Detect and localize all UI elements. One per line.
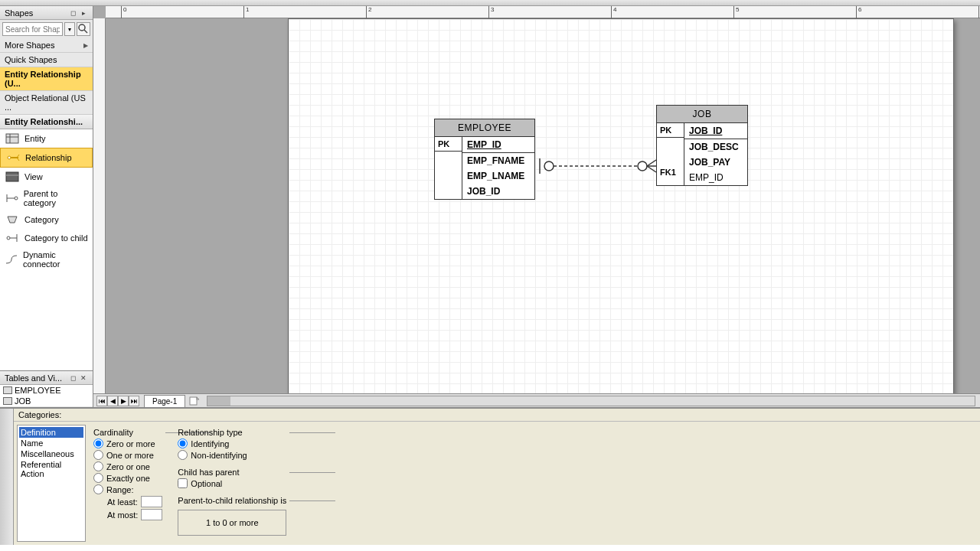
svg-line-22 bbox=[647, 160, 656, 166]
child-has-parent-label: Child has parent bbox=[178, 468, 286, 477]
shape-item-view[interactable]: View bbox=[0, 168, 93, 186]
relationship-connector[interactable] bbox=[535, 158, 656, 177]
entity-job[interactable]: JOB PK FK1 JOB_ID JOB_DESC bbox=[656, 105, 748, 186]
employee-attr-2: JOB_ID bbox=[462, 184, 534, 199]
entity-employee-title: EMPLOYEE bbox=[435, 119, 534, 137]
grid bbox=[289, 19, 953, 393]
svg-point-6 bbox=[8, 156, 11, 159]
job-pk-label: PK bbox=[657, 123, 684, 137]
svg-line-23 bbox=[647, 166, 656, 172]
svg-point-0 bbox=[79, 24, 85, 31]
category-item[interactable]: Miscellaneous bbox=[19, 448, 83, 459]
tab-last-icon[interactable]: ⏭ bbox=[129, 396, 139, 406]
child-has-parent-group: Child has parent Optional bbox=[178, 468, 286, 490]
cardinality-radio[interactable] bbox=[93, 439, 103, 448]
svg-rect-25 bbox=[190, 397, 197, 405]
optional-checkbox-row[interactable]: Optional bbox=[178, 478, 286, 488]
shape-item-entity[interactable]: Entity bbox=[0, 129, 93, 148]
tv-restore-icon[interactable]: ◻ bbox=[68, 373, 77, 383]
relationship-icon bbox=[5, 152, 21, 164]
employee-pk-label: PK bbox=[435, 137, 462, 151]
at-most-input[interactable] bbox=[141, 509, 162, 520]
shape-item-ctc[interactable]: Category to child bbox=[0, 229, 93, 247]
at-least-label: At least: bbox=[107, 497, 138, 507]
tv-item[interactable]: EMPLOYEE bbox=[0, 385, 93, 396]
shapes-title: Shapes bbox=[5, 8, 33, 18]
cardinality-radio[interactable] bbox=[93, 461, 103, 471]
svg-rect-9 bbox=[6, 172, 18, 181]
entity-employee[interactable]: EMPLOYEE PK EMP_ID EMP_FNAME bbox=[434, 119, 535, 200]
tables-views-title: Tables and Vi... bbox=[5, 373, 62, 383]
optional-checkbox[interactable] bbox=[178, 478, 188, 488]
ctc-icon bbox=[5, 232, 20, 244]
category-item[interactable]: Definition bbox=[19, 427, 83, 438]
category-item[interactable]: Referential Action bbox=[19, 459, 83, 479]
shapes-panel-header: Shapes ◻ ▸ bbox=[0, 6, 93, 20]
search-go-button[interactable] bbox=[77, 22, 90, 36]
tv-close-icon[interactable]: ✕ bbox=[79, 373, 88, 383]
reltype-radio[interactable] bbox=[178, 439, 188, 448]
panel-restore-icon[interactable]: ◻ bbox=[68, 8, 77, 18]
cardinality-group: Cardinality Zero or moreOne or moreZero … bbox=[93, 428, 162, 520]
page-tabs-bar: ⏮ ◀ ▶ ⏭ Page-1 bbox=[93, 393, 980, 407]
reltype-option[interactable]: Non-identifying bbox=[178, 450, 286, 460]
view-icon bbox=[5, 171, 20, 183]
stencil-title: Entity Relationshi... bbox=[0, 115, 93, 129]
reltype-option[interactable]: Identifying bbox=[178, 439, 286, 448]
nav-item[interactable]: Entity Relationship (U... bbox=[0, 67, 93, 91]
shape-item-ptc[interactable]: Parent to category bbox=[0, 186, 93, 210]
at-least-input[interactable] bbox=[141, 496, 162, 507]
nav-item[interactable]: Object Relational (US ... bbox=[0, 91, 93, 115]
job-attr-1: JOB_PAY bbox=[684, 155, 747, 170]
tab-prev-icon[interactable]: ◀ bbox=[107, 396, 118, 406]
ptc-icon bbox=[5, 192, 19, 204]
cardinality-radio[interactable] bbox=[93, 473, 103, 483]
connector-icon bbox=[5, 253, 18, 266]
relationship-type-group: Relationship type IdentifyingNon-identif… bbox=[178, 428, 286, 461]
cardinality-option[interactable]: Range: bbox=[93, 484, 162, 494]
props-gutter[interactable] bbox=[0, 409, 14, 545]
properties-panel: Categories: DefinitionNameMiscellaneousR… bbox=[0, 407, 980, 545]
parent-child-group: Parent-to-child relationship is 1 to 0 o… bbox=[178, 496, 286, 536]
shapes-panel: Shapes ◻ ▸ ▾ More Shapes▶Quick ShapesEnt… bbox=[0, 6, 93, 407]
tab-first-icon[interactable]: ⏮ bbox=[96, 396, 107, 406]
employee-attr-0: EMP_FNAME bbox=[462, 153, 534, 168]
ruler-vertical bbox=[93, 18, 106, 393]
cardinality-option[interactable]: Zero or more bbox=[93, 439, 162, 448]
cardinality-option[interactable]: Exactly one bbox=[93, 473, 162, 483]
search-dropdown-icon[interactable]: ▾ bbox=[64, 22, 75, 36]
entity-icon bbox=[5, 132, 20, 145]
shape-item-connector[interactable]: Dynamic connector bbox=[0, 247, 93, 272]
nav-item[interactable]: More Shapes▶ bbox=[0, 38, 93, 53]
new-page-tab[interactable] bbox=[187, 396, 202, 406]
nav-item[interactable]: Quick Shapes bbox=[0, 53, 93, 67]
shape-item-relationship[interactable]: Relationship bbox=[0, 148, 93, 168]
shape-item-category[interactable]: Category bbox=[0, 210, 93, 229]
canvas-area: 01234567 EMPLOYEE PK bbox=[93, 6, 980, 407]
page-tab-1[interactable]: Page-1 bbox=[144, 395, 185, 407]
optional-label: Optional bbox=[191, 479, 222, 488]
table-icon bbox=[3, 397, 12, 405]
tab-next-icon[interactable]: ▶ bbox=[118, 396, 129, 406]
relationship-summary: 1 to 0 or more bbox=[178, 510, 286, 536]
ruler-horizontal: 01234567 bbox=[106, 6, 980, 18]
svg-rect-2 bbox=[6, 134, 18, 143]
drawing-page[interactable]: EMPLOYEE PK EMP_ID EMP_FNAME bbox=[288, 18, 954, 393]
cardinality-radio[interactable] bbox=[93, 484, 103, 494]
shape-search-input[interactable] bbox=[2, 22, 63, 36]
job-pk: JOB_ID bbox=[684, 123, 747, 139]
tv-item[interactable]: JOB bbox=[0, 396, 93, 406]
panel-menu-icon[interactable]: ▸ bbox=[79, 8, 88, 18]
job-fk-label: FK1 bbox=[657, 165, 684, 179]
svg-line-1 bbox=[84, 30, 87, 33]
employee-pk: EMP_ID bbox=[462, 137, 534, 152]
category-item[interactable]: Name bbox=[19, 438, 83, 448]
cardinality-radio[interactable] bbox=[93, 450, 103, 460]
cardinality-option[interactable]: Zero or one bbox=[93, 461, 162, 471]
cardinality-option[interactable]: One or more bbox=[93, 450, 162, 460]
relationship-type-label: Relationship type bbox=[178, 428, 286, 437]
page-viewport[interactable]: EMPLOYEE PK EMP_ID EMP_FNAME bbox=[106, 18, 980, 393]
horizontal-scrollbar[interactable] bbox=[207, 396, 975, 406]
svg-point-21 bbox=[638, 161, 647, 171]
reltype-radio[interactable] bbox=[178, 450, 188, 460]
